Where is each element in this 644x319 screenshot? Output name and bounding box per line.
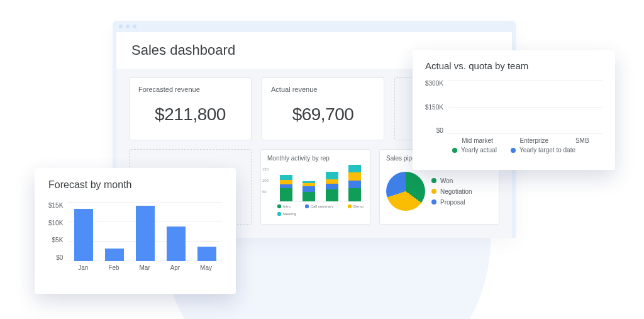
kpi-value: $211,800 — [138, 104, 242, 125]
card-title: Actual vs. quota by team — [425, 60, 602, 71]
pie-legend: Won Negotiation Proposal — [431, 177, 472, 206]
kpi-actual-revenue[interactable]: Actual revenue $69,700 — [262, 77, 384, 140]
grouped-bar-chart: $300K $150K $0 Mid market Enterprize SMB — [425, 80, 602, 143]
card-forecast-by-month[interactable]: Forecast by month $15K $10K $5K $0 Jan F… — [35, 168, 236, 294]
x-axis-legend: Intro Call summary Demo Meeting — [277, 204, 364, 216]
x-axis: Mid market Enterprize SMB — [448, 137, 602, 144]
card-title: Forecast by month — [48, 179, 222, 191]
kpi-forecasted-revenue[interactable]: Forecasted revenue $211,800 — [129, 77, 252, 140]
kpi-label: Forecasted revenue — [138, 86, 242, 93]
bar-chart: $15K $10K $5K $0 Jan Feb Mar Apr May — [48, 202, 222, 270]
x-axis: Jan Feb Mar Apr May — [68, 264, 222, 271]
pie-chart — [386, 172, 425, 211]
window-controls — [119, 25, 136, 28]
widget-title: Monthly activity by rep — [267, 155, 364, 162]
y-axis: $300K $150K $0 — [425, 80, 448, 143]
stacked-bars — [277, 165, 364, 202]
kpi-value: $69,700 — [271, 104, 375, 125]
y-axis-ticks: 150 100 50 — [262, 164, 269, 198]
bars — [68, 202, 222, 261]
y-axis: $15K $10K $5K $0 — [48, 202, 68, 270]
chart-legend: Yearly actual Yearly target to date — [425, 147, 602, 154]
widget-monthly-activity[interactable]: Monthly activity by rep 150 100 50 Intro… — [260, 149, 370, 225]
card-actual-vs-quota[interactable]: Actual vs. quota by team $300K $150K $0 … — [413, 50, 615, 170]
kpi-label: Actual revenue — [271, 86, 375, 93]
grouped-bars — [448, 80, 602, 134]
